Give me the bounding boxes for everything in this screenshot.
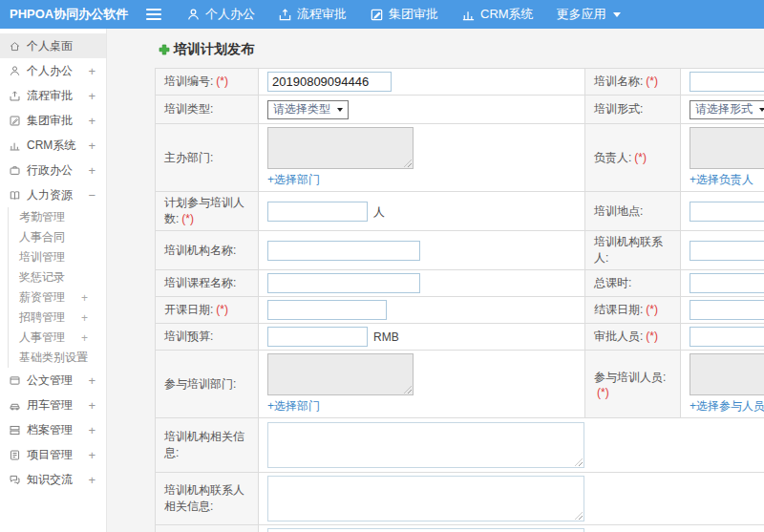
form-row: 培训机构名称: 培训机构联系人: [156, 231, 764, 270]
select-dept-link[interactable]: +选择部门 [267, 398, 579, 415]
unit-rmb: RMB [373, 330, 399, 344]
requirements-label: 培训要求: [156, 525, 259, 532]
form-row: 培训机构联系人相关信息: [156, 473, 764, 525]
form-row: 培训编号:(*) 培训名称:(*) [156, 69, 764, 96]
nav-label: 更多应用 [557, 6, 606, 23]
sidebar-item-crm[interactable]: CRM系统 + [0, 133, 106, 158]
sidebar-item-label: 流程审批 [27, 88, 73, 104]
sidebar-subitem-attendance[interactable]: 考勤管理 [9, 207, 106, 227]
expand-sign[interactable]: + [88, 114, 96, 128]
sidebar-item-label: 人力资源 [27, 187, 73, 203]
expand-sign[interactable]: + [81, 311, 88, 325]
end-date-input[interactable] [690, 300, 764, 320]
top-header: PHPOA协同办公软件 个人办公 流程审批 集团审批 CRM系统 更多应用 [0, 0, 764, 29]
upload-icon [9, 90, 21, 102]
sidebar-subitem-personnel[interactable]: 人事管理 + [9, 328, 106, 348]
form-row: 培训课程名称: 总课时: [156, 270, 764, 297]
training-name-label: 培训名称:(*) [585, 69, 681, 96]
select-participants-link[interactable]: +选择参与人员 [690, 398, 764, 415]
upload-icon [278, 8, 292, 22]
sidebar-item-archives[interactable]: 档案管理 + [0, 417, 106, 442]
expand-sign[interactable]: + [88, 89, 96, 103]
nav-label: 流程审批 [297, 6, 347, 23]
required-mark: (*) [634, 151, 647, 164]
hamburger-menu-icon[interactable] [146, 9, 161, 20]
expand-sign[interactable]: + [88, 448, 96, 462]
sidebar-item-label: 用车管理 [27, 397, 73, 414]
sidebar-subitem-recruiting[interactable]: 招聘管理 + [9, 308, 106, 328]
join-dept-textarea[interactable] [267, 353, 414, 395]
training-type-select[interactable]: 请选择类型 [267, 100, 349, 119]
sidebar-item-projects[interactable]: 项目管理 + [0, 442, 106, 467]
user-icon [186, 8, 201, 22]
total-hours-input[interactable] [690, 273, 764, 293]
requirements-textarea[interactable] [267, 528, 584, 532]
sidebar-item-knowledge[interactable]: 知识交流 + [0, 467, 106, 492]
budget-input[interactable] [267, 327, 368, 347]
approver-input[interactable] [690, 327, 764, 347]
select-dept-link[interactable]: +选择部门 [267, 172, 579, 188]
expand-sign[interactable]: + [88, 473, 96, 487]
expand-sign[interactable]: + [88, 423, 96, 437]
leader-label: 负责人:(*) [585, 124, 681, 192]
collapse-sign[interactable]: − [88, 188, 96, 202]
sidebar-item-official-docs[interactable]: 公文管理 + [0, 368, 106, 393]
nav-workflow-approval[interactable]: 流程审批 [278, 6, 347, 23]
location-input[interactable] [690, 202, 764, 222]
nav-crm-system[interactable]: CRM系统 [461, 6, 534, 23]
form-row: 培训机构相关信息: [156, 418, 764, 473]
page-title-text: 培训计划发布 [174, 41, 254, 58]
sidebar-item-workflow-approval[interactable]: 流程审批 + [0, 83, 106, 108]
sidebar-subitem-hr-contract[interactable]: 人事合同 [9, 227, 106, 247]
nav-group-approval[interactable]: 集团审批 [370, 6, 438, 23]
sidebar-item-hr[interactable]: 人力资源 − [0, 182, 106, 207]
training-no-input[interactable] [267, 72, 392, 92]
required-mark: (*) [646, 330, 658, 343]
sidebar-subitem-salary[interactable]: 薪资管理 + [9, 287, 106, 308]
nav-label: CRM系统 [480, 6, 534, 23]
form-row: 培训要求: [156, 525, 764, 532]
org-contact-info-textarea[interactable] [267, 476, 584, 521]
expand-sign[interactable]: + [88, 138, 96, 153]
select-leader-link[interactable]: +选择负责人 [690, 172, 764, 188]
expand-sign[interactable]: + [81, 351, 88, 365]
org-contact-input[interactable] [690, 241, 764, 261]
sidebar-item-personal-desktop[interactable]: 个人桌面 [0, 33, 106, 58]
sidebar-item-admin-office[interactable]: 行政办公 + [0, 158, 106, 182]
sidebar-subitem-rewards[interactable]: 奖惩记录 [9, 267, 106, 287]
required-mark: (*) [216, 74, 228, 88]
expand-sign[interactable]: + [81, 291, 88, 305]
expand-sign[interactable]: + [88, 373, 96, 388]
sidebar-item-vehicle[interactable]: 用车管理 + [0, 393, 106, 417]
expand-sign[interactable]: + [88, 163, 96, 178]
document-icon [9, 374, 21, 387]
expand-sign[interactable]: + [81, 331, 88, 345]
expand-sign[interactable]: + [88, 398, 96, 413]
sidebar-item-label: 个人桌面 [27, 38, 73, 54]
edit-icon [9, 115, 21, 127]
sidebar-item-label: 集团审批 [27, 113, 73, 129]
sidebar-item-personal-office[interactable]: 个人办公 + [0, 58, 106, 83]
sidebar-item-group-approval[interactable]: 集团审批 + [0, 108, 106, 133]
sidebar-subitem-label: 考勤管理 [19, 209, 65, 225]
start-date-input[interactable] [267, 300, 387, 320]
book-icon [9, 189, 21, 202]
app-logo: PHPOA协同办公软件 [0, 6, 138, 23]
join-people-textarea[interactable] [690, 353, 764, 395]
host-dept-textarea[interactable] [267, 127, 414, 169]
nav-more-apps[interactable]: 更多应用 [557, 6, 621, 23]
sidebar-subitem-base-category[interactable]: 基础类别设置 + [9, 348, 106, 368]
required-mark: (*) [216, 303, 228, 316]
course-name-input[interactable] [267, 273, 420, 293]
sidebar-subitem-training[interactable]: 培训管理 [9, 247, 106, 267]
training-form-select[interactable]: 请选择形式 [690, 100, 764, 119]
sidebar-item-label: 知识交流 [27, 472, 73, 488]
expand-sign[interactable]: + [88, 64, 96, 78]
org-info-textarea[interactable] [267, 422, 584, 468]
leader-textarea[interactable] [690, 127, 764, 169]
sidebar-subitem-label: 培训管理 [19, 249, 65, 266]
org-name-input[interactable] [267, 241, 420, 261]
planned-count-input[interactable] [267, 202, 368, 222]
nav-personal-office[interactable]: 个人办公 [186, 6, 255, 23]
training-name-input[interactable] [690, 72, 764, 92]
